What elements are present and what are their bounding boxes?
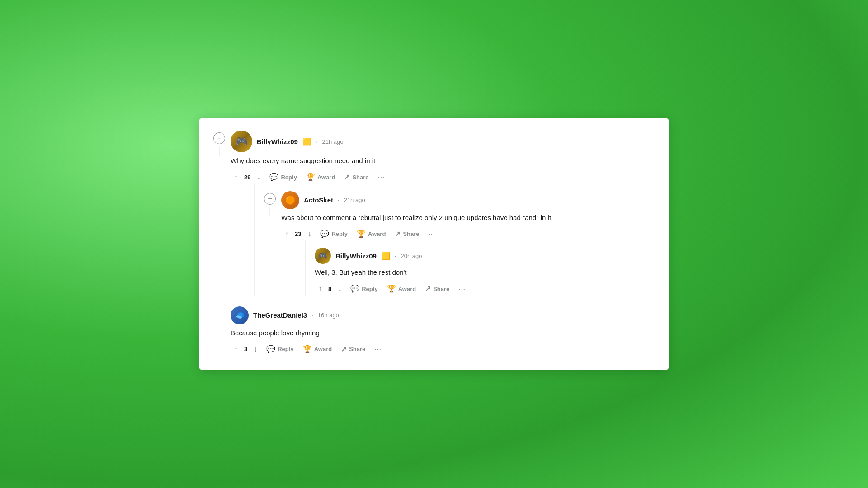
award-button-1[interactable]: 🏆 Award (302, 171, 339, 183)
share-button-1-1-1[interactable]: ↗ Share (421, 282, 453, 295)
vote-count-1-1-1: 8 (328, 286, 331, 292)
vote-count-1: 29 (244, 174, 250, 181)
downvote-button-2[interactable]: ↓ (250, 343, 261, 356)
collapse-button-1[interactable]: − (213, 132, 225, 144)
nested-reply-billywhizz-2: 🎮 BillyWhizz09 🟨 · 20h ago Well, 3. But … (305, 240, 655, 296)
upvote-button-1[interactable]: ↑ (231, 171, 241, 183)
action-bar-1-1-1: ↑ 8 ↓ 💬 Reply (315, 282, 655, 296)
action-bar-2: ↑ 3 ↓ 💬 Reply 🏆 Award ↗ Share (231, 343, 655, 356)
share-button-1[interactable]: ↗ Share (340, 171, 372, 183)
more-button-1-1-1[interactable]: ··· (455, 282, 469, 296)
reply-button-2[interactable]: 💬 Reply (263, 343, 297, 356)
vote-group-1: ↑ 29 ↓ (231, 171, 264, 183)
award-button-2[interactable]: 🏆 Award (299, 343, 336, 356)
username-greatdaniel3: TheGreatDaniel3 (253, 311, 307, 319)
share-button-1-1[interactable]: ↗ Share (391, 228, 423, 240)
comment-1-header: 🎮 BillyWhizz09 🟨 · 21h ago (231, 131, 655, 152)
comment-1-row: − 🎮 BillyWhizz09 🟨 · 21h ago Why does ev… (213, 131, 655, 296)
username-actosket: ActoSket (304, 196, 333, 204)
avatar-billywhizz09: 🎮 (231, 131, 252, 152)
timestamp-billywhizz09-2: 20h ago (401, 253, 422, 259)
reply-icon-1: 💬 (269, 174, 278, 181)
flair-billywhizz09-2: 🟨 (381, 252, 390, 260)
comment-1-content: 🎮 BillyWhizz09 🟨 · 21h ago Why does ever… (231, 131, 655, 296)
comment-1-1-content: 🟠 ActoSket · 21h ago Was about to commen… (281, 191, 655, 296)
award-icon-2: 🏆 (303, 346, 312, 353)
vote-group-1-1: ↑ 23 ↓ (281, 228, 315, 240)
upvote-button-1-1[interactable]: ↑ (281, 228, 292, 240)
more-button-1-1[interactable]: ··· (425, 227, 439, 240)
comments-card: − 🎮 BillyWhizz09 🟨 · 21h ago Why does ev… (199, 118, 669, 370)
reply-icon-1-1: 💬 (320, 230, 329, 238)
timestamp-actosket: 21h ago (344, 197, 365, 203)
award-icon-1-1: 🏆 (357, 230, 366, 238)
downvote-button-1[interactable]: ↓ (253, 171, 264, 183)
comment-1-1-1-header: 🎮 BillyWhizz09 🟨 · 20h ago (315, 248, 655, 264)
reply-icon-1-1-1: 💬 (350, 285, 359, 292)
timestamp-comment-1: 21h ago (322, 138, 343, 145)
username-billywhizz09: BillyWhizz09 (257, 138, 298, 145)
comment-1-1-body: Was about to comment a rebuttal just to … (281, 213, 655, 223)
downvote-icon-1-1: ↓ (307, 230, 311, 238)
award-icon-1: 🏆 (306, 174, 315, 181)
thread-line-1 (219, 147, 220, 156)
vote-count-1-1: 23 (295, 230, 301, 237)
downvote-button-1-1[interactable]: ↓ (304, 228, 315, 240)
action-bar-1-1: ↑ 23 ↓ 💬 Reply (281, 227, 655, 240)
collapse-button-1-1[interactable]: − (264, 193, 276, 205)
username-billywhizz09-2: BillyWhizz09 (335, 252, 377, 260)
share-button-2[interactable]: ↗ Share (337, 343, 369, 356)
flair-billywhizz09: 🟨 (302, 137, 311, 146)
upvote-icon-2: ↑ (234, 346, 238, 353)
comment-2-body: Because people love rhyming (231, 328, 655, 338)
avatar-actosket: 🟠 (281, 191, 299, 209)
upvote-icon-1: ↑ (234, 174, 238, 181)
comment-2-header: 🧢 TheGreatDaniel3 · 16h ago (231, 306, 655, 324)
upvote-button-2[interactable]: ↑ (231, 343, 241, 356)
award-button-1-1-1[interactable]: 🏆 Award (383, 282, 420, 295)
downvote-icon-1-1-1: ↓ (338, 285, 341, 292)
reply-button-1[interactable]: 💬 Reply (266, 171, 300, 183)
share-icon-2: ↗ (341, 346, 347, 353)
award-button-1-1[interactable]: 🏆 Award (353, 228, 390, 240)
avatar-greatdaniel3: 🧢 (231, 306, 249, 324)
reply-icon-2: 💬 (266, 346, 275, 353)
share-icon-1-1-1: ↗ (425, 285, 431, 292)
upvote-icon-1-1: ↑ (285, 230, 288, 238)
comment-1-1-header: 🟠 ActoSket · 21h ago (281, 191, 655, 209)
reply-button-1-1[interactable]: 💬 Reply (316, 228, 351, 240)
award-icon-1-1-1: 🏆 (387, 285, 396, 292)
share-icon-1-1: ↗ (395, 230, 401, 238)
action-bar-1: ↑ 29 ↓ 💬 Reply 🏆 Award ↗ Shar (231, 171, 655, 184)
nested-reply-actosket: − 🟠 ActoSket · 21h ago Was about to comm… (254, 184, 655, 296)
comment-1-1-row: − 🟠 ActoSket · 21h ago Was about to comm… (264, 191, 655, 296)
downvote-icon-2: ↓ (254, 346, 257, 353)
avatar-billywhizz09-sm: 🎮 (315, 248, 331, 264)
more-button-2[interactable]: ··· (371, 343, 385, 356)
reply-button-1-1-1[interactable]: 💬 Reply (347, 282, 381, 295)
comment-1-body: Why does every name suggestion need and … (231, 156, 655, 166)
comment-1-1-1-body: Well, 3. But yeah the rest don't (315, 267, 655, 278)
downvote-button-1-1-1[interactable]: ↓ (334, 282, 345, 295)
comment-2-row: 🧢 TheGreatDaniel3 · 16h ago Because peop… (213, 306, 655, 356)
upvote-button-1-1-1[interactable]: ↑ (315, 282, 326, 295)
upvote-icon-1-1-1: ↑ (318, 285, 322, 292)
more-button-1[interactable]: ··· (374, 171, 388, 184)
comment-2-content: 🧢 TheGreatDaniel3 · 16h ago Because peop… (231, 306, 655, 356)
vote-group-2: ↑ 3 ↓ (231, 343, 261, 356)
downvote-icon-1: ↓ (257, 174, 260, 181)
share-icon-1: ↗ (344, 174, 350, 181)
timestamp-comment-2: 16h ago (318, 312, 339, 319)
vote-count-2: 3 (244, 346, 247, 352)
thread-line-1-1 (269, 207, 270, 216)
vote-group-1-1-1: ↑ 8 ↓ (315, 282, 345, 295)
